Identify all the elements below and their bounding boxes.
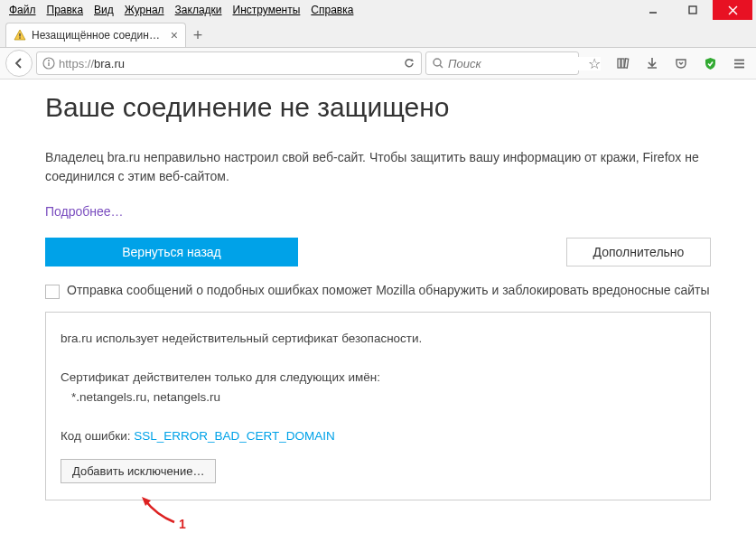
close-button[interactable] (713, 0, 752, 20)
menu-file[interactable]: Файл (4, 2, 42, 18)
svg-rect-9 (48, 62, 49, 66)
info-icon[interactable] (42, 57, 55, 70)
menu-bookmarks[interactable]: Закладки (170, 2, 228, 18)
svg-rect-5 (19, 33, 20, 37)
svg-rect-14 (621, 59, 624, 68)
url-input[interactable]: https://bra.ru (59, 57, 399, 70)
menu-view[interactable]: Вид (89, 2, 119, 18)
svg-rect-13 (618, 59, 621, 68)
toolbar-icons: ☆ (583, 51, 751, 75)
reload-icon[interactable] (403, 57, 415, 70)
back-button[interactable] (5, 50, 33, 77)
browser-tab[interactable]: Незащищённое соединени × (5, 23, 186, 47)
nav-toolbar: https://bra.ru ☆ (0, 47, 756, 79)
new-tab-button[interactable]: + (186, 23, 210, 47)
svg-rect-15 (624, 59, 628, 68)
window-controls (633, 0, 752, 20)
warning-icon (14, 29, 26, 42)
svg-point-11 (434, 59, 441, 66)
minimize-button[interactable] (633, 0, 673, 20)
advanced-button[interactable]: Дополнительно (566, 238, 711, 266)
page-body-text: Владелец bra.ru неправильно настроил сво… (45, 148, 711, 186)
search-icon (432, 57, 444, 70)
shield-icon[interactable] (698, 51, 722, 75)
svg-point-8 (48, 60, 50, 61)
cert-names: *.netangels.ru, netangels.ru (61, 388, 695, 407)
report-checkbox[interactable] (45, 285, 60, 299)
certificate-panel: bra.ru использует недействительный серти… (45, 312, 711, 500)
maximize-button[interactable] (673, 0, 713, 20)
page-title: Ваше соединение не защищено (45, 92, 711, 123)
cert-line1: bra.ru использует недействительный серти… (61, 329, 695, 349)
downloads-icon[interactable] (640, 51, 664, 75)
menu-edit[interactable]: Правка (42, 2, 89, 18)
page-content: Ваше соединение не защищено Владелец bra… (0, 79, 756, 533)
cert-error-code-link[interactable]: SSL_ERROR_BAD_CERT_DOMAIN (134, 429, 335, 443)
svg-line-12 (440, 65, 443, 68)
tab-title: Незащищённое соединени (32, 29, 165, 42)
cert-error-code-row: Код ошибки: SSL_ERROR_BAD_CERT_DOMAIN (61, 426, 695, 446)
search-bar[interactable] (425, 51, 579, 75)
menu-help[interactable]: Справка (305, 2, 359, 18)
url-host: bra.ru (94, 57, 125, 70)
report-label: Отправка сообщений о подобных ошибках по… (67, 283, 709, 297)
menubar: Файл Правка Вид Журнал Закладки Инструме… (0, 0, 756, 20)
cert-code-label: Код ошибки: (61, 429, 134, 443)
hamburger-menu-icon[interactable] (727, 51, 751, 75)
pocket-icon[interactable] (669, 51, 693, 75)
svg-rect-1 (689, 6, 696, 14)
bookmark-star-icon[interactable]: ☆ (583, 51, 606, 75)
menu-history[interactable]: Журнал (119, 2, 170, 18)
menu-tools[interactable]: Инструменты (228, 2, 306, 18)
go-back-button[interactable]: Вернуться назад (45, 238, 298, 266)
button-row: Вернуться назад Дополнительно (45, 238, 711, 266)
library-icon[interactable] (611, 51, 635, 75)
cert-line2: Сертификат действителен только для следу… (61, 368, 695, 388)
url-bar[interactable]: https://bra.ru (36, 51, 422, 75)
learn-more-link[interactable]: Подробнее… (45, 204, 124, 219)
url-scheme: https:// (59, 57, 94, 70)
svg-rect-6 (19, 37, 20, 38)
add-exception-button[interactable]: Добавить исключение… (61, 459, 216, 483)
tab-strip: Незащищённое соединени × + (0, 20, 756, 47)
tab-close-icon[interactable]: × (171, 28, 178, 42)
report-checkbox-row: Отправка сообщений о подобных ошибках по… (45, 283, 711, 299)
search-input[interactable] (448, 57, 601, 70)
annotation-number: 1 (179, 517, 186, 531)
